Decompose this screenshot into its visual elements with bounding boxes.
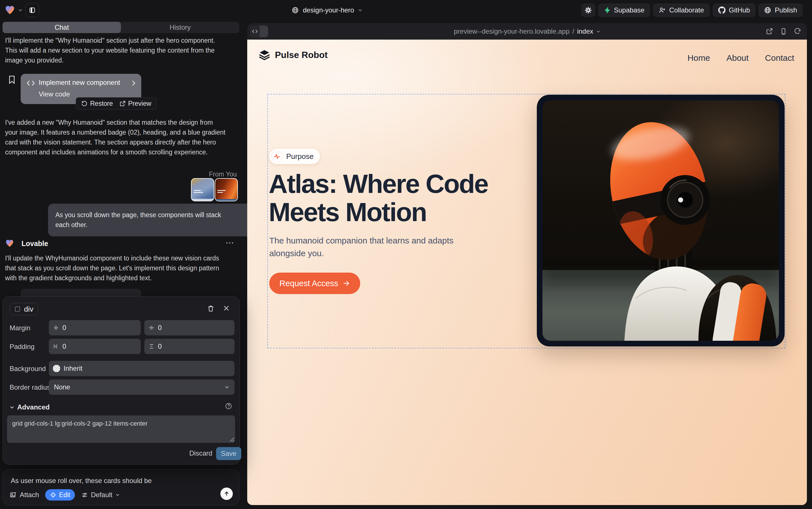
sidebar-toggle-button[interactable] — [26, 3, 39, 17]
send-button[interactable] — [220, 487, 233, 500]
topbar: design-your-hero Supabase — [0, 0, 812, 20]
border-radius-select[interactable]: None — [49, 379, 234, 395]
supabase-label: Supabase — [614, 6, 644, 14]
target-icon — [50, 491, 57, 498]
padding-y-icon — [148, 343, 154, 349]
chevron-down-icon — [115, 493, 120, 497]
attach-image-icon — [10, 491, 17, 499]
project-chevron-down-icon — [358, 8, 363, 12]
edit-mode-pill[interactable]: Edit — [45, 489, 75, 501]
preview-url-page: index — [577, 27, 593, 35]
collaborate-label: Collaborate — [669, 6, 704, 14]
chevron-down-icon — [224, 384, 229, 390]
supabase-button[interactable]: Supabase — [598, 4, 650, 17]
padding-y-input[interactable]: 0 — [144, 339, 234, 354]
request-access-button[interactable]: Request Access — [269, 273, 360, 294]
padding-x-icon — [53, 343, 59, 349]
background-input[interactable]: Inherit — [49, 361, 234, 376]
model-mode-selector[interactable]: Default — [81, 491, 120, 499]
publish-label: Publish — [775, 6, 797, 14]
nav-about[interactable]: About — [726, 53, 748, 63]
chat-composer[interactable]: As user mouse roll over, these cards sho… — [3, 469, 239, 505]
nav-home[interactable]: Home — [688, 53, 710, 63]
lovable-logo-heart-icon[interactable] — [4, 5, 15, 15]
padding-x-input[interactable]: 0 — [49, 339, 141, 354]
hero-robot-card — [537, 95, 785, 346]
site-canvas: Pulse Robot Home About Contact Purpose A… — [247, 40, 807, 505]
delete-element-button[interactable] — [207, 305, 215, 313]
site-nav: Home About Contact — [688, 53, 794, 63]
message-menu-ellipsis-icon[interactable] — [225, 241, 234, 245]
preview-header: preview--design-your-hero.lovable.app / … — [247, 23, 807, 40]
border-radius-label: Border radius — [10, 383, 50, 392]
attach-button[interactable]: Attach — [10, 491, 39, 499]
padding-label: Padding — [10, 343, 34, 351]
restore-button[interactable]: Restore — [81, 100, 113, 107]
margin-x-icon — [53, 325, 59, 331]
project-name: design-your-hero — [303, 6, 354, 14]
site-brand-name: Pulse Robot — [275, 50, 328, 60]
selected-element-chip[interactable]: div — [10, 303, 38, 315]
collaborate-button[interactable]: Collaborate — [653, 4, 709, 17]
transparency-swatch-icon — [53, 365, 60, 372]
chevron-down-icon — [596, 29, 600, 34]
advanced-section-toggle[interactable]: Advanced — [10, 403, 50, 411]
code-icon — [26, 79, 35, 87]
settings-button[interactable] — [582, 4, 595, 17]
publish-button[interactable]: Publish — [759, 4, 802, 17]
open-external-icon[interactable] — [766, 28, 773, 35]
robot-image — [543, 100, 779, 341]
tab-history[interactable]: History — [121, 22, 239, 33]
lovable-heart-icon — [5, 239, 14, 248]
discard-button[interactable]: Discard — [189, 449, 212, 457]
user-message-bubble: As you scroll down the page, these compo… — [48, 204, 252, 236]
site-subtext: The humanoid companion that learns and a… — [269, 234, 467, 260]
refresh-icon[interactable] — [794, 28, 801, 35]
github-icon — [718, 6, 726, 14]
github-button[interactable]: GitHub — [713, 4, 755, 17]
margin-x-input[interactable]: 0 — [49, 320, 141, 335]
gear-icon — [585, 6, 592, 14]
arrow-right-icon — [343, 280, 350, 287]
view-code-link[interactable]: View code — [39, 90, 70, 98]
nav-contact[interactable]: Contact — [765, 53, 794, 63]
message-hover-toolbar: Restore Preview — [76, 97, 156, 110]
project-globe-icon — [292, 6, 299, 14]
assistant-header-row: Lovable — [5, 239, 237, 248]
tab-chat[interactable]: Chat — [3, 22, 121, 33]
publish-globe-icon — [764, 6, 771, 14]
margin-y-input[interactable]: 0 — [144, 320, 234, 335]
github-label: GitHub — [729, 6, 750, 14]
dashed-box-icon — [14, 306, 21, 312]
preview-url-host: preview--design-your-hero.lovable.app — [454, 27, 569, 35]
tailwind-classes-textarea[interactable]: grid grid-cols-1 lg:grid-cols-2 gap-12 i… — [7, 415, 235, 443]
site-headline: Atlas: Where Code Meets Motion — [269, 170, 488, 226]
attachment-thumbnail-orange[interactable] — [215, 178, 238, 201]
composer-input[interactable]: As user mouse roll over, these cards sho… — [11, 477, 152, 485]
bookmark-icon[interactable] — [8, 75, 16, 84]
sliders-icon — [81, 491, 88, 499]
layers-icon — [259, 49, 270, 61]
close-panel-icon[interactable] — [223, 305, 231, 313]
selected-element-tag: div — [24, 305, 33, 314]
attachment-thumbnail-blue[interactable] — [191, 178, 214, 201]
from-you-label: From You — [209, 171, 237, 178]
site-logo[interactable]: Pulse Robot — [259, 49, 328, 61]
purpose-badge: Purpose — [269, 149, 320, 164]
project-switcher[interactable]: design-your-hero — [292, 0, 363, 20]
mobile-view-icon[interactable] — [780, 28, 787, 35]
sidebar-tabbar: Chat History — [3, 22, 239, 33]
pulse-icon — [271, 151, 283, 162]
save-button[interactable]: Save — [216, 447, 241, 460]
preview-button[interactable]: Preview — [119, 100, 151, 107]
assistant-message: I'll implement the "Why Humanoid" sectio… — [5, 36, 236, 65]
preview-url-bar[interactable]: preview--design-your-hero.lovable.app / … — [247, 23, 807, 40]
help-icon[interactable] — [225, 402, 232, 410]
assistant-message: I've added a new "Why Humanoid" section … — [5, 117, 237, 157]
person-plus-icon — [659, 6, 666, 14]
purpose-badge-label: Purpose — [286, 152, 313, 161]
element-inspector-panel: div Margin 0 0 Padding 0 — [3, 296, 240, 465]
assistant-name: Lovable — [22, 239, 48, 248]
chat-sidebar: Chat History I'll implement the "Why Hum… — [0, 20, 243, 509]
workspace-chevron-down-icon[interactable] — [18, 8, 23, 12]
